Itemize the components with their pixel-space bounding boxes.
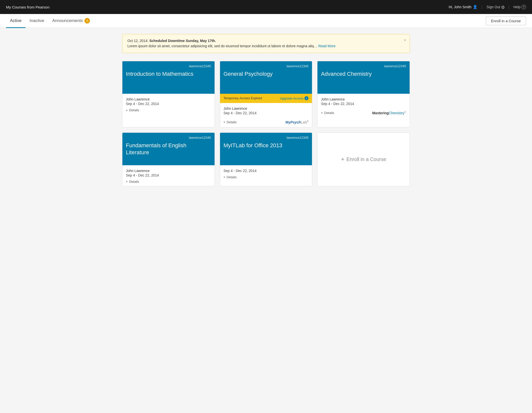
- course-5-dates: Sep 4 - Dec 22, 2014: [224, 169, 309, 173]
- tab-inactive-label: Inactive: [29, 18, 44, 23]
- course-card-3: lawrence12345 Advanced Chemistry John La…: [317, 61, 410, 128]
- divider-2: |: [509, 5, 510, 9]
- course-1-details-link[interactable]: ► Details: [126, 108, 211, 112]
- enroll-course-card[interactable]: + Enroll in a Course: [317, 132, 410, 186]
- announcement-body: Lorem ipsum dolor sit amet, consectetur …: [127, 44, 317, 48]
- signout-label: Sign Out: [487, 5, 500, 9]
- user-greeting: Hi, John Smith 👤: [449, 5, 478, 9]
- course-4-details-label: Details: [129, 180, 139, 184]
- course-1-details-label: Details: [129, 108, 139, 112]
- course-1-dates: Sep 4 - Dec 22, 2014: [126, 102, 211, 106]
- course-2-title: General Psychology: [224, 70, 309, 78]
- help-link[interactable]: Help ?: [513, 5, 526, 9]
- course-1-instructor: John Lawrence: [126, 97, 211, 101]
- course-card-2-header: lawrence12345 General Psychology: [220, 61, 312, 94]
- upgrade-info-icon: i: [304, 96, 308, 100]
- details-arrow-icon-3: ►: [321, 112, 323, 114]
- tab-inactive[interactable]: Inactive: [25, 14, 48, 28]
- course-1-title: Introduction to Mathematics: [126, 70, 211, 78]
- close-announcement-button[interactable]: ×: [404, 37, 406, 43]
- course-3-id: lawrence12345: [321, 64, 406, 68]
- course-2-dates: Sep 4 - Dec 22, 2014: [224, 111, 309, 115]
- course-4-title: Fundamentals of English Literature: [126, 142, 211, 156]
- course-3-footer: ► Details MasteringChemistry®: [317, 111, 410, 118]
- enroll-button[interactable]: Enroll in a Course: [486, 16, 526, 25]
- announcement-body-row: Lorem ipsum dolor sit amet, consectetur …: [127, 44, 400, 49]
- course-card-3-header: lawrence12345 Advanced Chemistry: [317, 61, 410, 94]
- course-5-title: MyITLab for Office 2013: [224, 142, 309, 149]
- signout-link[interactable]: Sign Out ⏻: [487, 5, 504, 9]
- enroll-plus-icon: +: [341, 156, 344, 163]
- course-4-dates: Sep 4 - Dec 22, 2014: [126, 173, 211, 177]
- enroll-card-label: Enroll in a Course: [346, 156, 386, 162]
- course-5-details-link[interactable]: ► Details: [224, 175, 309, 179]
- mypsychlab-logo: MyPsychLab®: [285, 120, 308, 124]
- upgrade-label: Upgrade Access: [280, 96, 304, 100]
- course-card-1: lawrence12345 Introduction to Mathematic…: [122, 61, 215, 128]
- course-3-details-label: Details: [324, 111, 334, 115]
- announcements-badge: 4: [84, 18, 90, 24]
- nav-bar: Active Inactive Announcements 4 Enroll i…: [0, 14, 532, 28]
- course-1-body: John Lawrence Sep 4 - Dec 22, 2014 ► Det…: [122, 94, 215, 114]
- course-5-details-label: Details: [227, 175, 237, 179]
- tab-active-label: Active: [10, 18, 21, 23]
- upgrade-access-link[interactable]: Upgrade Access i: [280, 96, 309, 100]
- header-right: Hi, John Smith 👤 | Sign Out ⏻ | Help ?: [449, 5, 526, 9]
- nav-tabs: Active Inactive Announcements 4: [6, 14, 94, 28]
- course-3-dates: Sep 4 - Dec 22, 2014: [321, 102, 406, 106]
- course-card-5-header: lawrence12345 MyITLab for Office 2013: [220, 133, 312, 165]
- greeting-text: Hi, John Smith: [449, 5, 471, 9]
- course-4-instructor: John Lawrence: [126, 169, 211, 173]
- tab-announcements[interactable]: Announcements 4: [48, 14, 94, 28]
- user-icon: 👤: [473, 5, 478, 9]
- course-4-body: John Lawrence Sep 4 - Dec 22, 2014 ► Det…: [122, 165, 215, 186]
- course-card-2: lawrence12345 General Psychology Tempora…: [220, 61, 312, 128]
- power-icon: ⏻: [501, 5, 505, 9]
- course-4-details-link[interactable]: ► Details: [126, 180, 211, 184]
- course-2-id: lawrence12345: [224, 64, 309, 68]
- course-card-1-header: lawrence12345 Introduction to Mathematic…: [122, 61, 215, 94]
- details-arrow-icon-4: ►: [126, 180, 128, 183]
- read-more-link[interactable]: Read More: [318, 44, 335, 48]
- help-icon: ?: [522, 5, 526, 9]
- mastering-chemistry-logo: MasteringChemistry®: [372, 111, 406, 115]
- course-4-id: lawrence12345: [126, 136, 211, 140]
- announcement-date: Oct 12, 2014:: [127, 39, 148, 43]
- course-2-details-link[interactable]: ► Details: [224, 120, 237, 124]
- course-2-instructor: John Lawrence: [224, 106, 309, 110]
- course-5-id: lawrence12345: [224, 136, 309, 140]
- enroll-card-inner: + Enroll in a Course: [341, 156, 386, 163]
- course-2-body: John Lawrence Sep 4 - Dec 22, 2014: [220, 103, 312, 120]
- details-arrow-icon-2: ►: [224, 121, 226, 123]
- app-title: My Courses from Pearson: [6, 5, 49, 9]
- course-3-title: Advanced Chemistry: [321, 70, 406, 78]
- details-arrow-icon-5: ►: [224, 176, 226, 178]
- tab-active[interactable]: Active: [6, 14, 25, 28]
- course-3-details-link[interactable]: ► Details: [321, 111, 334, 115]
- tab-announcements-label: Announcements: [52, 18, 83, 23]
- course-2-details-label: Details: [227, 120, 237, 124]
- announcement-content: Oct 12, 2014: Scheduled Downtime Sunday,…: [127, 38, 400, 44]
- course-3-instructor: John Lawrence: [321, 97, 406, 101]
- help-label: Help: [513, 5, 521, 9]
- divider-1: |: [482, 5, 483, 9]
- header: My Courses from Pearson Hi, John Smith 👤…: [0, 0, 532, 14]
- temp-access-label: Temporary Access Expired: [224, 96, 262, 100]
- main-content: × Oct 12, 2014: Scheduled Downtime Sunda…: [116, 28, 416, 192]
- course-2-footer: ► Details MyPsychLab®: [220, 120, 312, 127]
- course-5-body: Sep 4 - Dec 22, 2014 ► Details: [220, 165, 312, 182]
- course-card-4-header: lawrence12345 Fundamentals of English Li…: [122, 133, 215, 165]
- course-card-5: lawrence12345 MyITLab for Office 2013 Se…: [220, 132, 312, 186]
- course-1-id: lawrence12345: [126, 64, 211, 68]
- temp-access-banner: Temporary Access Expired Upgrade Access …: [220, 94, 312, 103]
- course-grid: lawrence12345 Introduction to Mathematic…: [122, 61, 410, 186]
- course-3-body: John Lawrence Sep 4 - Dec 22, 2014: [317, 94, 410, 111]
- course-card-4: lawrence12345 Fundamentals of English Li…: [122, 132, 215, 186]
- details-arrow-icon: ►: [126, 109, 128, 112]
- announcement-title: Scheduled Downtime Sunday, May 17th.: [148, 39, 216, 43]
- announcement-banner: × Oct 12, 2014: Scheduled Downtime Sunda…: [122, 34, 410, 53]
